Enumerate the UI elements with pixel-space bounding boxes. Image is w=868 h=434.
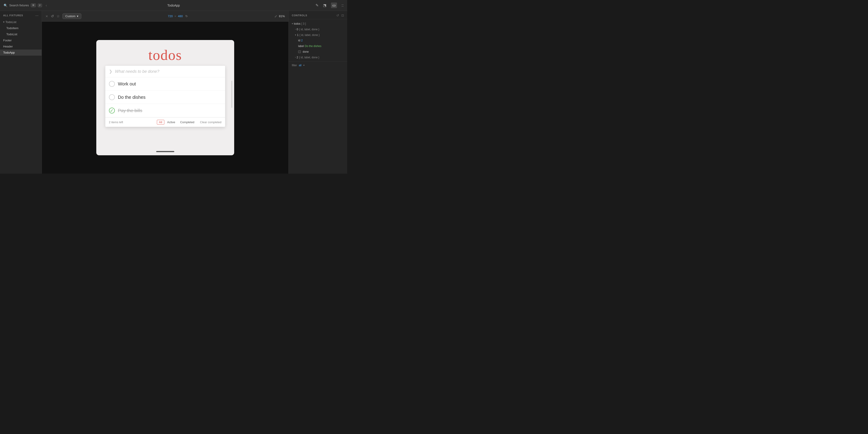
canvas-height: 480: [178, 14, 183, 18]
sidebar-item-label: TodoList: [6, 33, 17, 36]
clear-completed-button[interactable]: Clear completed: [200, 121, 221, 124]
toggle-all-icon[interactable]: ❯: [109, 69, 112, 74]
sidebar-item-todoapp[interactable]: TodoApp: [0, 50, 41, 56]
sidebar-item-label: TodoItem: [6, 26, 18, 30]
canvas-viewport: todos ❯ What needs to be done? Work out: [42, 22, 288, 174]
sidebar-item-todolist-group[interactable]: ▾ TodoList: [0, 19, 41, 25]
tree-fields-1: { id, label, done }: [300, 33, 320, 37]
controls-title: CONTROLS: [292, 14, 307, 17]
tree-item-1[interactable]: ▾ 1 { id, label, done }: [289, 32, 347, 38]
sidebar-item-label: TodoList: [5, 20, 16, 24]
tree-item-1-done: done: [289, 49, 347, 55]
tree-item-0[interactable]: › 0 { id, label, done }: [289, 27, 347, 32]
panel-expand-icon[interactable]: ⊡: [341, 13, 344, 17]
todo-item-0: Work out: [105, 77, 225, 91]
tree-index-2: 2: [297, 56, 298, 59]
tree-item-1-id: id 2: [289, 38, 347, 43]
sidebar: ALL FIXTURES — ▾ TodoList TodoItem TodoL…: [0, 11, 42, 174]
filter-completed-button[interactable]: Completed: [178, 120, 196, 125]
canvas-toolbar: ✕ ↺ ☆ Custom ▾ 720 × 480 ↻ ⤢ 81%: [42, 11, 288, 22]
search-area: 🔍 Search fixtures ⌘ P ‹: [4, 3, 117, 7]
kbd-p: P: [38, 4, 42, 7]
tree-key-label: label: [298, 44, 304, 48]
app-name: TodoApp: [167, 4, 180, 7]
sidebar-item-header[interactable]: Header: [0, 43, 41, 50]
grid-icon[interactable]: ::: [342, 3, 344, 7]
top-bar-right: ✎ ⬔ ▭ ::: [230, 2, 344, 8]
tree-key-todos: todos: [294, 22, 301, 26]
caret-right-icon-2[interactable]: ›: [295, 56, 296, 59]
close-icon[interactable]: ✕: [45, 14, 48, 18]
sidebar-header: ALL FIXTURES —: [0, 11, 41, 19]
done-checkbox[interactable]: [298, 51, 301, 53]
preset-button[interactable]: Custom ▾: [62, 13, 81, 19]
todo-footer: 2 items left All Active Completed Clear …: [105, 117, 225, 127]
filter-value: all: [299, 64, 302, 67]
todo-item-1: Do the dishes: [105, 91, 225, 104]
mobile-preview-icon[interactable]: ▭: [331, 2, 337, 8]
refresh-icon[interactable]: ↻: [185, 14, 188, 18]
canvas-width: 720: [168, 14, 173, 18]
sidebar-item-footer[interactable]: Footer: [0, 37, 41, 43]
filter-buttons: All Active Completed: [157, 120, 196, 125]
preset-label: Custom: [65, 14, 75, 18]
tree-count: [ 3 ]: [301, 22, 306, 26]
chevron-down-icon: ▾: [77, 14, 79, 18]
caret-right-icon[interactable]: ›: [295, 28, 296, 31]
tree-item-2[interactable]: › 2 { id, label, done }: [289, 55, 347, 60]
items-left-count: 2 items left: [109, 121, 153, 124]
filter-row: filter all ▾: [289, 62, 347, 68]
panel-icons: ↺ ⊡: [336, 13, 344, 17]
todo-label-2: Pay the bills: [118, 108, 143, 113]
device-bottom-bar: [156, 151, 174, 152]
search-label: Search fixtures: [9, 4, 29, 7]
filter-key: filter: [292, 64, 297, 67]
filter-caret-icon[interactable]: ▾: [303, 64, 305, 66]
tree-key-id: id: [298, 39, 300, 42]
edit-icon[interactable]: ✎: [315, 3, 318, 7]
caret-down-icon[interactable]: ▾: [292, 22, 293, 25]
zoom-percentage: 81%: [279, 14, 285, 18]
sidebar-item-todoitem[interactable]: TodoItem: [0, 25, 41, 31]
fit-icon[interactable]: ⤢: [274, 14, 277, 18]
sidebar-collapse-icon[interactable]: ‹: [46, 3, 47, 7]
scrollbar-track: [231, 81, 232, 108]
tree-todos-root[interactable]: ▾ todos [ 3 ]: [289, 21, 347, 27]
caret-down-icon-1[interactable]: ▾: [295, 33, 296, 37]
tree-index-0: 0: [297, 28, 298, 31]
sidebar-title: ALL FIXTURES: [3, 14, 23, 17]
tree-key-done: done: [303, 50, 309, 54]
todo-checkbox-0[interactable]: [109, 81, 115, 87]
device-frame: todos ❯ What needs to be done? Work out: [96, 40, 234, 155]
dims-separator: ×: [175, 14, 176, 18]
canvas-area: ✕ ↺ ☆ Custom ▾ 720 × 480 ↻ ⤢ 81%: [42, 11, 288, 174]
sidebar-item-label: Header: [3, 45, 13, 48]
undo-icon[interactable]: ↺: [51, 14, 54, 18]
top-bar: 🔍 Search fixtures ⌘ P ‹ TodoApp ✎ ⬔ ▭ ::: [0, 0, 347, 11]
panel-undo-icon[interactable]: ↺: [336, 13, 339, 17]
search-icon: 🔍: [4, 4, 7, 7]
todo-item-2: ✓ Pay the bills: [105, 104, 225, 117]
filter-all-button[interactable]: All: [157, 120, 164, 125]
kbd-cmd: ⌘: [31, 3, 36, 7]
external-link-icon[interactable]: ⬔: [323, 3, 327, 7]
sidebar-item-todolist[interactable]: TodoList: [0, 31, 41, 37]
control-tree: ▾ todos [ 3 ] › 0 { id, label, done } ▾ …: [289, 19, 347, 70]
todo-input-placeholder[interactable]: What needs to be done?: [115, 69, 159, 74]
star-icon[interactable]: ☆: [57, 14, 60, 18]
right-panel: CONTROLS ↺ ⊡ ▾ todos [ 3 ] › 0 { id, lab…: [288, 11, 347, 174]
canvas-dimensions: 720 × 480 ↻: [84, 14, 272, 18]
filter-active-button[interactable]: Active: [165, 120, 177, 125]
todo-checkbox-1[interactable]: [109, 94, 115, 100]
tree-fields-2: { id, label, done }: [299, 56, 319, 59]
todo-label-1: Do the dishes: [118, 95, 146, 100]
todo-container: ❯ What needs to be done? Work out Do the…: [105, 66, 225, 127]
app-title: todos: [148, 47, 182, 63]
sidebar-item-label: TodoApp: [3, 51, 15, 54]
todo-label-0: Work out: [118, 81, 136, 87]
sidebar-item-label: Footer: [3, 39, 12, 42]
tree-val-id: 2: [301, 39, 303, 42]
tree-val-label: Do the dishes: [305, 44, 321, 48]
todo-checkbox-2[interactable]: ✓: [109, 107, 115, 114]
sidebar-collapse-button[interactable]: —: [35, 13, 38, 17]
